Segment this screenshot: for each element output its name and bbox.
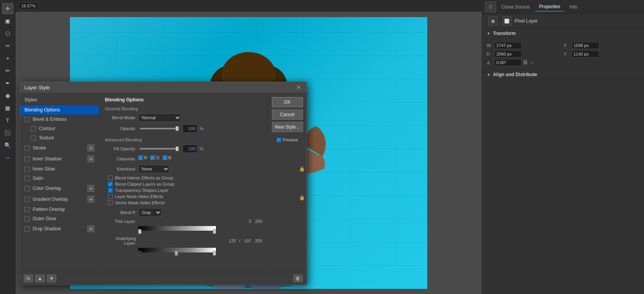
style-gradient-overlay[interactable]: Gradient Overlay +: [20, 194, 99, 205]
texture-label: Texture: [39, 135, 54, 141]
stroke-add-btn[interactable]: +: [87, 144, 94, 151]
fx-button[interactable]: fx: [24, 275, 33, 282]
fill-opacity-thumb[interactable]: [176, 146, 179, 151]
knockout-select[interactable]: None Shallow Deep: [138, 165, 169, 173]
color-overlay-checkbox[interactable]: [24, 186, 30, 191]
drop-shadow-add-btn[interactable]: +: [87, 225, 94, 232]
blend-if-channel-select[interactable]: Gray Red Green Blue: [138, 208, 162, 217]
gradient-tool[interactable]: ▦: [2, 103, 13, 113]
outer-glow-checkbox[interactable]: [24, 216, 30, 221]
blend-interior-label: Blend Interior Effects as Group: [115, 176, 173, 180]
ok-button[interactable]: OK: [272, 97, 303, 107]
select-tool[interactable]: ✛: [2, 3, 13, 14]
gradient-overlay-checkbox[interactable]: [24, 197, 30, 202]
contour-checkbox[interactable]: [31, 126, 36, 131]
satin-checkbox[interactable]: [24, 176, 30, 181]
blend-interior-checkbox[interactable]: [108, 176, 113, 180]
channel-r-checkbox[interactable]: ✓: [138, 155, 143, 160]
this-layer-right-thumb[interactable]: [213, 229, 216, 234]
angle-input[interactable]: [494, 59, 522, 66]
stroke-checkbox[interactable]: [24, 146, 30, 151]
dialog-close-button[interactable]: ✕: [296, 84, 302, 90]
crop-tool[interactable]: ✂: [2, 40, 13, 51]
style-outer-glow[interactable]: Outer Glow: [20, 214, 99, 223]
knockout-label: Knockout:: [105, 167, 136, 171]
style-color-overlay[interactable]: Color Overlay +: [20, 183, 99, 194]
gradient-overlay-add-btn[interactable]: +: [87, 196, 94, 203]
align-section-header[interactable]: ▼ Align and Distribute: [482, 70, 644, 80]
blend-mode-select[interactable]: Normal Dissolve Multiply Screen Overlay: [138, 113, 181, 122]
inner-shadow-add-btn[interactable]: +: [87, 155, 94, 162]
fill-opacity-input[interactable]: 100: [183, 144, 197, 153]
channel-g: ✓ G: [150, 155, 160, 160]
pattern-overlay-checkbox[interactable]: [24, 207, 30, 212]
style-inner-shadow[interactable]: Inner Shadow +: [20, 153, 99, 164]
vector-mask-hides-checkbox[interactable]: [108, 200, 113, 205]
h-input[interactable]: [494, 50, 522, 57]
delete-button[interactable]: 🗑: [293, 275, 303, 282]
blend-clipped-checkbox[interactable]: ✓: [108, 182, 113, 186]
blend-if-section: Blend If: Gray Red Green Blue This Layer…: [105, 208, 262, 256]
dialog-body: Styles Blending Options Bevel & Emboss C…: [20, 93, 306, 272]
layer-mask-hides-checkbox[interactable]: [108, 194, 113, 199]
x-input[interactable]: [572, 42, 599, 49]
underlying-layer-slider[interactable]: [138, 253, 216, 256]
brush-tool[interactable]: ✏: [2, 65, 13, 76]
this-layer-left-thumb[interactable]: [138, 229, 141, 234]
opacity-slider-track[interactable]: [140, 128, 179, 129]
style-texture[interactable]: Texture: [20, 133, 99, 143]
fill-opacity-slider[interactable]: [140, 148, 179, 150]
up-button[interactable]: ▲: [35, 275, 45, 282]
transform-grid: W X H Y ∠ ⛓ ↔: [482, 39, 644, 70]
style-contour[interactable]: Contour: [20, 124, 99, 133]
inner-glow-checkbox[interactable]: [24, 167, 30, 172]
transparency-shapes-checkbox[interactable]: ✓: [108, 188, 113, 193]
new-style-button[interactable]: New Style...: [272, 122, 303, 132]
zoom-tool[interactable]: 🔍: [2, 140, 13, 151]
style-satin[interactable]: Satin: [20, 174, 99, 183]
underlying-mid-thumb[interactable]: [175, 251, 178, 256]
y-input[interactable]: [572, 50, 599, 57]
style-bevel-emboss[interactable]: Bevel & Emboss: [20, 115, 99, 124]
style-stroke[interactable]: Stroke +: [20, 143, 99, 153]
hand-tool[interactable]: ↔: [2, 152, 13, 163]
channel-g-checkbox[interactable]: ✓: [150, 155, 155, 160]
texture-checkbox[interactable]: [31, 136, 36, 141]
style-blending-options[interactable]: Blending Options: [20, 105, 99, 115]
this-layer-slider[interactable]: [138, 231, 216, 234]
width-row: W: [487, 42, 562, 49]
style-drop-shadow[interactable]: Drop Shadow +: [20, 223, 99, 234]
transform-arrow: ▼: [487, 31, 491, 36]
opacity-input[interactable]: 100: [183, 124, 197, 133]
transform-section-header[interactable]: ▼ Transform: [482, 28, 644, 39]
fill-opacity-label: Fill Opacity:: [105, 146, 136, 151]
advanced-blending-title: Advanced Blending: [105, 137, 262, 142]
underlying-right-thumb[interactable]: [213, 251, 216, 256]
color-overlay-add-btn[interactable]: +: [87, 185, 94, 192]
preview-checkbox[interactable]: ✓: [277, 137, 281, 142]
underlying-left-thumb[interactable]: [138, 251, 141, 256]
down-button[interactable]: ▼: [47, 275, 56, 282]
clone-tool[interactable]: ◉: [2, 90, 13, 101]
channel-b-checkbox[interactable]: ✓: [163, 155, 167, 160]
tab-info[interactable]: Info: [566, 3, 581, 11]
shape-tool[interactable]: ⬛: [2, 127, 13, 138]
opacity-slider-thumb[interactable]: [176, 126, 179, 131]
cancel-button[interactable]: Cancel: [272, 110, 303, 120]
pen-tool[interactable]: ✒: [2, 78, 13, 89]
move-tool[interactable]: ⌖: [2, 53, 13, 64]
this-layer-gradient: [138, 226, 216, 231]
style-pattern-overlay[interactable]: Pattern Overlay: [20, 205, 99, 214]
type-tool[interactable]: T: [2, 115, 13, 126]
tab-properties[interactable]: Properties: [535, 2, 564, 12]
marquee-tool[interactable]: ▣: [2, 16, 13, 26]
inner-shadow-checkbox[interactable]: [24, 157, 30, 162]
tab-clone-source[interactable]: Clone Source: [498, 3, 534, 11]
fill-opacity-row: Fill Opacity: 100 %: [105, 144, 262, 153]
lasso-tool[interactable]: ⬡: [2, 28, 13, 39]
panel-d-icon: D: [485, 2, 496, 12]
w-input[interactable]: [494, 42, 522, 49]
bevel-emboss-checkbox[interactable]: [24, 117, 30, 122]
drop-shadow-checkbox[interactable]: [24, 226, 30, 231]
style-inner-glow[interactable]: Inner Glow: [20, 164, 99, 174]
